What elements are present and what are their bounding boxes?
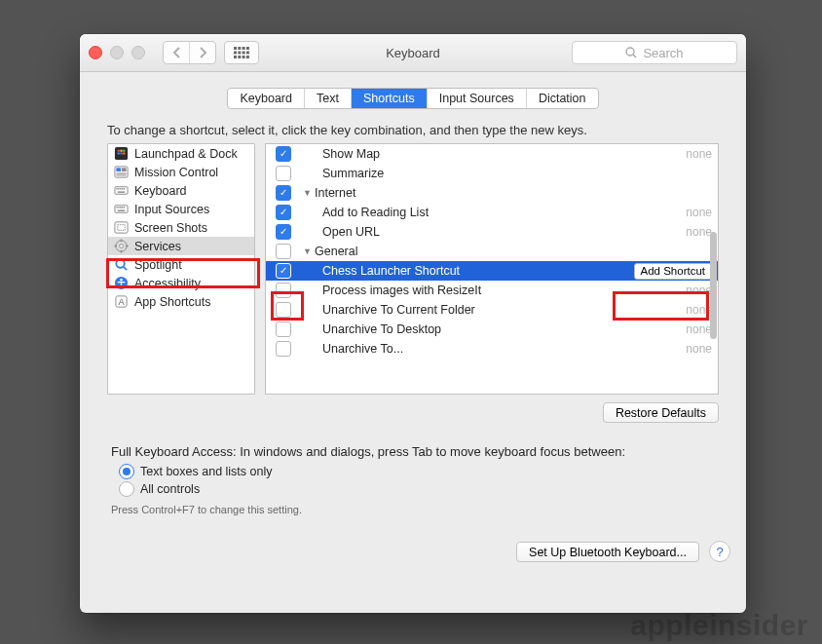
row-label: Internet bbox=[315, 186, 712, 200]
sidebar-item-mission-control[interactable]: Mission Control bbox=[108, 163, 254, 181]
sidebar-item-label: Input Sources bbox=[134, 203, 209, 216]
tab-keyboard[interactable]: Keyboard bbox=[228, 89, 304, 108]
svg-rect-32 bbox=[115, 206, 128, 213]
svg-rect-38 bbox=[118, 209, 126, 210]
category-sidebar[interactable]: Launchpad & DockMission ControlKeyboardI… bbox=[107, 143, 255, 395]
svg-point-18 bbox=[117, 152, 119, 154]
shortcut-row[interactable]: Unarchive To Desktopnone bbox=[266, 320, 718, 339]
svg-rect-26 bbox=[116, 188, 117, 189]
shortcut-row[interactable]: Process images with ResizeItnone bbox=[266, 281, 718, 300]
instructions-text: To change a shortcut, select it, click t… bbox=[107, 123, 719, 137]
checkbox[interactable] bbox=[276, 341, 291, 357]
checkbox[interactable] bbox=[276, 205, 291, 220]
svg-point-16 bbox=[120, 149, 122, 151]
shortcuts-list[interactable]: Show MapnoneSummarize▼InternetAdd to Rea… bbox=[265, 143, 719, 395]
sidebar-item-app-shortcuts[interactable]: AApp Shortcuts bbox=[108, 292, 254, 311]
svg-rect-7 bbox=[246, 52, 249, 55]
scrollbar-thumb[interactable] bbox=[710, 232, 717, 339]
appshort-icon: A bbox=[114, 294, 129, 309]
zoom-window-button[interactable] bbox=[131, 46, 145, 59]
sidebar-item-label: Screen Shots bbox=[134, 221, 207, 235]
checkbox[interactable] bbox=[276, 322, 291, 337]
restore-defaults-button[interactable]: Restore Defaults bbox=[603, 402, 719, 423]
checkbox[interactable] bbox=[276, 244, 291, 259]
minimize-window-button[interactable] bbox=[110, 46, 124, 59]
close-window-button[interactable] bbox=[89, 46, 102, 59]
svg-point-47 bbox=[116, 259, 124, 267]
svg-rect-8 bbox=[234, 56, 237, 58]
category-row[interactable]: ▼General bbox=[266, 242, 718, 261]
screenshot-icon bbox=[114, 220, 129, 235]
sidebar-item-screen-shots[interactable]: Screen Shots bbox=[108, 218, 254, 237]
checkbox[interactable] bbox=[276, 166, 291, 181]
search-placeholder: Search bbox=[643, 46, 683, 60]
sidebar-item-label: App Shortcuts bbox=[134, 295, 211, 309]
svg-rect-23 bbox=[122, 168, 127, 171]
radio-button[interactable] bbox=[119, 464, 134, 479]
checkbox[interactable] bbox=[276, 224, 291, 240]
sidebar-item-accessibility[interactable]: Accessibility bbox=[108, 274, 254, 292]
search-field[interactable]: Search bbox=[572, 41, 737, 64]
watermark-text: appleinsider bbox=[630, 609, 808, 642]
sidebar-item-spotlight[interactable]: Spotlight bbox=[108, 255, 254, 274]
svg-rect-31 bbox=[118, 191, 126, 192]
sidebar-item-label: Spotlight bbox=[134, 258, 182, 272]
tab-input-sources[interactable]: Input Sources bbox=[427, 89, 526, 108]
svg-rect-6 bbox=[243, 52, 245, 55]
tab-text[interactable]: Text bbox=[304, 89, 351, 108]
gear-icon bbox=[114, 239, 129, 253]
svg-rect-36 bbox=[122, 207, 123, 208]
disclosure-triangle-icon[interactable]: ▼ bbox=[303, 188, 313, 198]
checkbox[interactable] bbox=[276, 302, 291, 318]
row-label: General bbox=[315, 245, 712, 258]
shortcut-row[interactable]: Open URLnone bbox=[266, 222, 718, 242]
sidebar-item-services[interactable]: Services bbox=[108, 237, 254, 255]
back-button[interactable] bbox=[164, 42, 189, 63]
shortcut-row[interactable]: Unarchive To Current Foldernone bbox=[266, 300, 718, 320]
shortcut-row[interactable]: Add to Reading Listnone bbox=[266, 203, 718, 222]
category-row[interactable]: ▼Internet bbox=[266, 183, 718, 203]
tab-dictation[interactable]: Dictation bbox=[526, 89, 598, 108]
row-label: Unarchive To Desktop bbox=[322, 322, 686, 336]
add-shortcut-button[interactable]: Add Shortcut bbox=[634, 263, 712, 280]
search-icon bbox=[625, 47, 637, 58]
row-label: Unarchive To... bbox=[322, 342, 686, 356]
sidebar-item-label: Launchpad & Dock bbox=[134, 147, 238, 161]
row-label: Chess Launcher Shortcut bbox=[322, 264, 634, 278]
fka-radio-option[interactable]: All controls bbox=[119, 480, 707, 498]
svg-rect-11 bbox=[246, 56, 249, 58]
radio-label: Text boxes and lists only bbox=[140, 465, 273, 478]
sidebar-item-input-sources[interactable]: Input Sources bbox=[108, 200, 254, 218]
checkbox[interactable] bbox=[276, 185, 291, 201]
sidebar-item-label: Mission Control bbox=[134, 166, 218, 179]
checkbox[interactable] bbox=[276, 263, 291, 279]
fka-radio-option[interactable]: Text boxes and lists only bbox=[119, 463, 707, 480]
svg-rect-39 bbox=[115, 222, 128, 233]
checkbox[interactable] bbox=[276, 146, 291, 162]
launchpad-icon bbox=[114, 146, 129, 161]
sidebar-item-launchpad-dock[interactable]: Launchpad & Dock bbox=[108, 144, 254, 163]
svg-point-50 bbox=[120, 279, 123, 282]
forward-button[interactable] bbox=[189, 42, 215, 63]
nav-back-forward bbox=[163, 41, 216, 64]
bluetooth-keyboard-button[interactable]: Set Up Bluetooth Keyboard... bbox=[516, 542, 699, 562]
window-controls bbox=[89, 46, 145, 59]
svg-rect-22 bbox=[116, 168, 121, 171]
disclosure-triangle-icon[interactable]: ▼ bbox=[303, 246, 313, 256]
help-button[interactable]: ? bbox=[709, 541, 730, 562]
row-label: Summarize bbox=[322, 167, 712, 180]
shortcut-row[interactable]: Summarize bbox=[266, 164, 718, 183]
radio-button[interactable] bbox=[119, 481, 134, 497]
shortcut-value: none bbox=[686, 284, 712, 297]
shortcut-row[interactable]: Unarchive To...none bbox=[266, 339, 718, 359]
svg-point-15 bbox=[117, 149, 119, 151]
svg-rect-29 bbox=[122, 188, 123, 189]
shortcut-row[interactable]: Show Mapnone bbox=[266, 144, 718, 164]
show-all-button[interactable] bbox=[224, 41, 259, 64]
tab-shortcuts[interactable]: Shortcuts bbox=[351, 89, 427, 108]
accessibility-icon bbox=[114, 276, 129, 290]
svg-rect-10 bbox=[243, 56, 245, 58]
checkbox[interactable] bbox=[276, 283, 291, 298]
shortcut-row[interactable]: Chess Launcher ShortcutAdd Shortcut bbox=[266, 261, 718, 281]
sidebar-item-keyboard[interactable]: Keyboard bbox=[108, 181, 254, 200]
